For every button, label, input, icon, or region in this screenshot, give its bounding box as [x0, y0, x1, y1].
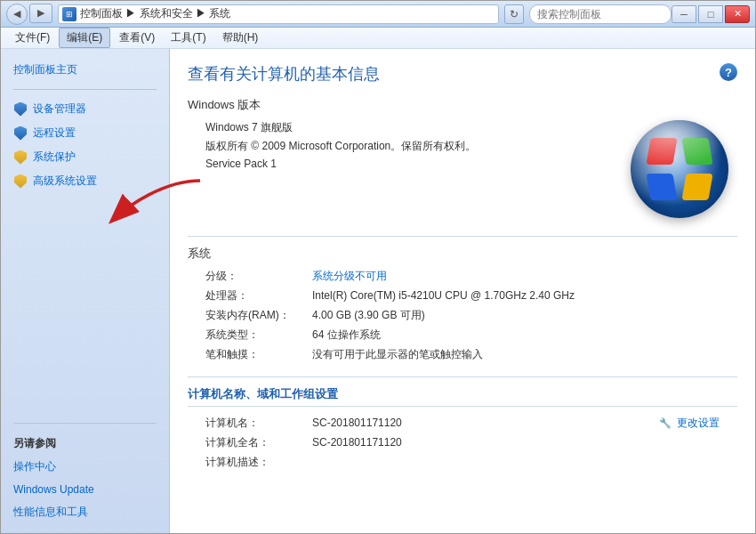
computer-fullname-row: 计算机全名： SC-201801171120 [188, 435, 737, 450]
sidebar-label-remote: 远程设置 [33, 125, 76, 141]
shield-blue-icon-1 [13, 102, 28, 117]
main-window: ◀ ▶ ⊞ 控制面板 ▶ 系统和安全 ▶ 系统 ↻ 🔍 ─ □ ✕ 文件(F) … [0, 0, 756, 534]
ram-value: 4.00 GB (3.90 GB 可用) [312, 308, 425, 323]
refresh-button[interactable]: ↻ [504, 4, 524, 24]
search-input[interactable] [537, 8, 671, 20]
page-title: 查看有关计算机的基本信息 [188, 63, 737, 85]
windows-info: Windows 7 旗舰版 版权所有 © 2009 Microsoft Corp… [188, 120, 613, 174]
sidebar-also-label-3: 性能信息和工具 [13, 505, 88, 520]
sidebar-divider-2 [13, 423, 157, 424]
menu-bar: 文件(F) 编辑(E) 查看(V) 工具(T) 帮助(H) [1, 28, 755, 49]
sidebar-link-windows-update[interactable]: Windows Update [1, 479, 169, 500]
system-row-processor: 处理器： Intel(R) Core(TM) i5-4210U CPU @ 1.… [188, 288, 737, 303]
processor-label: 处理器： [205, 288, 312, 303]
system-heading: 系统 [188, 246, 737, 262]
menu-edit[interactable]: 编辑(E) [59, 28, 110, 48]
menu-view[interactable]: 查看(V) [112, 28, 162, 47]
sidebar-item-home[interactable]: 控制面板主页 [1, 58, 169, 82]
sidebar-home-label: 控制面板主页 [13, 62, 77, 77]
sidebar-link-performance[interactable]: 性能信息和工具 [1, 500, 169, 524]
windows-logo-circle [631, 120, 728, 218]
address-bar[interactable]: ⊞ 控制面板 ▶ 系统和安全 ▶ 系统 [58, 4, 499, 24]
sidebar-also-label-2: Windows Update [13, 483, 94, 496]
windows-copyright: 版权所有 © 2009 Microsoft Corporation。保留所有权利… [188, 139, 613, 154]
sidebar-link-action-center[interactable]: 操作中心 [1, 455, 169, 479]
type-label: 系统类型： [205, 328, 312, 343]
ram-label: 安装内存(RAM)： [205, 308, 312, 323]
divider-2 [188, 376, 737, 377]
system-section: 系统 分级： 系统分级不可用 处理器： Intel(R) Core(TM) i5… [188, 246, 737, 362]
computer-desc-label: 计算机描述： [205, 455, 312, 470]
system-row-ram: 安装内存(RAM)： 4.00 GB (3.90 GB 可用) [188, 308, 737, 323]
windows-version-heading: Windows 版本 [188, 97, 737, 113]
main-content: 控制面板主页 设备管理器 远程设置 系统保护 [1, 49, 755, 533]
sidebar: 控制面板主页 设备管理器 远程设置 系统保护 [1, 49, 170, 533]
computer-fullname-label: 计算机全名： [205, 435, 312, 450]
computer-desc-row: 计算机描述： [188, 455, 737, 470]
pen-label: 笔和触摸： [205, 347, 312, 362]
also-see-title: 另请参阅 [1, 431, 169, 455]
change-icon: 🔧 [659, 417, 672, 428]
pen-value: 没有可用于此显示器的笔或触控输入 [312, 347, 483, 362]
sidebar-item-remote[interactable]: 远程设置 [1, 121, 169, 145]
address-path: 控制面板 ▶ 系统和安全 ▶ 系统 [80, 6, 230, 21]
sidebar-item-device-manager[interactable]: 设备管理器 [1, 97, 169, 121]
windows-edition: Windows 7 旗舰版 [188, 120, 613, 135]
computer-name-label: 计算机名： [205, 416, 312, 431]
processor-value: Intel(R) Core(TM) i5-4210U CPU @ 1.70GHz… [312, 289, 575, 302]
back-button[interactable]: ◀ [6, 4, 28, 25]
title-bar: ◀ ▶ ⊞ 控制面板 ▶ 系统和安全 ▶ 系统 ↻ 🔍 ─ □ ✕ [1, 1, 755, 28]
computer-name-value: SC-201801171120 [312, 417, 402, 429]
windows-logo [631, 120, 737, 218]
system-row-type: 系统类型： 64 位操作系统 [188, 328, 737, 343]
computer-fullname-value: SC-201801171120 [312, 436, 402, 449]
close-button[interactable]: ✕ [725, 5, 750, 23]
menu-file[interactable]: 文件(F) [8, 28, 57, 47]
sidebar-spacer [1, 193, 169, 416]
sidebar-item-protection[interactable]: 系统保护 [1, 145, 169, 169]
logo-pane-blue [646, 174, 677, 200]
sidebar-label-advanced: 高级系统设置 [33, 174, 97, 189]
windows-service-pack: Service Pack 1 [188, 158, 613, 170]
computer-name-row: 计算机名： SC-201801171120 🔧 更改设置 [188, 416, 737, 431]
system-row-pen: 笔和触摸： 没有可用于此显示器的笔或触控输入 [188, 347, 737, 362]
rating-label: 分级： [205, 269, 312, 284]
menu-help[interactable]: 帮助(H) [215, 28, 266, 47]
computer-name-heading: 计算机名称、域和工作组设置 [188, 386, 737, 407]
divider-1 [188, 236, 737, 237]
sidebar-also-label-1: 操作中心 [13, 459, 56, 474]
shield-yellow-icon-1 [13, 150, 28, 165]
system-row-rating: 分级： 系统分级不可用 [188, 269, 737, 284]
type-value: 64 位操作系统 [312, 328, 381, 343]
content-area: ? 查看有关计算机的基本信息 Windows 版本 Windows 7 旗舰版 … [170, 49, 755, 533]
nav-buttons: ◀ ▶ [6, 4, 52, 25]
sidebar-label-device: 设备管理器 [33, 101, 86, 117]
forward-button[interactable]: ▶ [29, 4, 52, 23]
menu-tools[interactable]: 工具(T) [164, 28, 213, 47]
shield-yellow-icon-2 [13, 174, 28, 189]
logo-pane-yellow [681, 174, 712, 200]
sidebar-label-protection: 系统保护 [33, 150, 76, 165]
help-button[interactable]: ? [720, 63, 737, 81]
shield-blue-icon-2 [13, 126, 28, 141]
sidebar-item-advanced[interactable]: 高级系统设置 [1, 169, 169, 193]
minimize-button[interactable]: ─ [672, 5, 696, 23]
windows-version-section: Windows 7 旗舰版 版权所有 © 2009 Microsoft Corp… [188, 120, 737, 218]
change-settings-link[interactable]: 🔧 更改设置 [659, 416, 720, 431]
address-bar-icon: ⊞ [62, 7, 76, 21]
search-box[interactable]: 🔍 [529, 4, 672, 24]
window-controls: ─ □ ✕ [672, 5, 750, 23]
sidebar-divider-1 [13, 89, 157, 90]
maximize-button[interactable]: □ [698, 5, 723, 23]
computer-name-section: 计算机名称、域和工作组设置 计算机名： SC-201801171120 🔧 更改… [188, 386, 737, 470]
change-settings-label: 更改设置 [677, 417, 720, 429]
rating-value[interactable]: 系统分级不可用 [312, 269, 387, 284]
